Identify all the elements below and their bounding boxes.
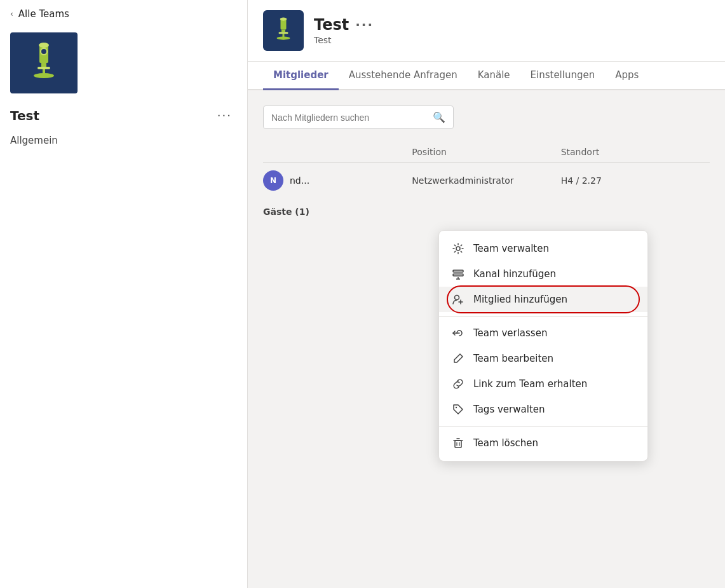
menu-item-mitglied-hinzufuegen[interactable]: Mitglied hinzufügen — [439, 287, 647, 312]
back-nav[interactable]: ‹ Alle Teams — [0, 0, 247, 27]
sidebar: ‹ Alle Teams Test ··· Allgemein — [0, 0, 248, 588]
tab-einstellungen[interactable]: Einstellungen — [520, 62, 606, 90]
svg-point-10 — [280, 17, 287, 20]
team-more-options-button[interactable]: ··· — [212, 106, 237, 125]
menu-label-team-loeschen: Team löschen — [473, 437, 538, 449]
avatar: N — [263, 170, 283, 191]
trash-icon — [452, 437, 464, 449]
menu-item-kanal-hinzufuegen[interactable]: Kanal hinzufügen — [439, 261, 647, 287]
table-row: N nd... Netzwerkadministrator H4 / 2.27 — [263, 163, 710, 199]
team-icon — [263, 10, 304, 51]
svg-rect-14 — [283, 34, 285, 38]
tab-kanaele[interactable]: Kanäle — [468, 62, 520, 90]
search-input[interactable] — [271, 113, 433, 123]
member-position: Netzwerkadministrator — [412, 175, 560, 186]
menu-item-team-loeschen[interactable]: Team löschen — [439, 430, 647, 456]
menu-label-team-verlassen: Team verlassen — [473, 327, 547, 339]
menu-item-team-verlassen[interactable]: Team verlassen — [439, 320, 647, 346]
chevron-left-icon: ‹ — [10, 10, 13, 18]
content-area: 🔍 Position Standort N nd... Netzwerkadmi… — [248, 90, 725, 588]
svg-rect-17 — [453, 270, 463, 272]
tag-icon — [452, 403, 464, 416]
team-name: Test — [10, 108, 39, 123]
context-menu: Team verwalten Kanal hinzufügen — [438, 230, 648, 462]
menu-label-team-bearbeiten: Team bearbeiten — [473, 353, 553, 364]
member-name: nd... — [290, 175, 309, 186]
svg-rect-4 — [37, 67, 50, 69]
channel-allgemein[interactable]: Allgemein — [0, 130, 247, 151]
menu-label-tags-verwalten: Tags verwalten — [473, 404, 545, 415]
menu-item-team-bearbeiten[interactable]: Team bearbeiten — [439, 346, 647, 371]
menu-item-team-verwalten[interactable]: Team verwalten — [439, 236, 647, 261]
svg-rect-26 — [455, 441, 461, 448]
svg-rect-3 — [41, 63, 46, 67]
menu-item-tags-verwalten[interactable]: Tags verwalten — [439, 397, 647, 422]
link-icon — [452, 378, 464, 390]
header-team-subtitle: Test — [314, 35, 374, 45]
team-info-header: Test ··· Test — [314, 16, 374, 45]
svg-point-25 — [456, 407, 457, 408]
microscope-icon-header — [268, 15, 299, 46]
main-content: Test ··· Test Mitglieder Ausstehende Anf… — [248, 0, 725, 588]
back-label: Alle Teams — [18, 8, 69, 20]
menu-label-kanal-hinzufuegen: Kanal hinzufügen — [473, 268, 556, 280]
menu-item-link-erhalten[interactable]: Link zum Team erhalten — [439, 371, 647, 397]
edit-icon — [452, 352, 464, 365]
team-avatar-large — [10, 32, 78, 93]
tabs-bar: Mitglieder Ausstehende Anfragen Kanäle E… — [248, 62, 725, 90]
svg-rect-12 — [279, 32, 288, 34]
member-location: H4 / 2.27 — [561, 175, 710, 186]
svg-rect-6 — [43, 69, 45, 76]
channel-icon — [452, 268, 464, 280]
col-header-position: Position — [412, 147, 560, 157]
team-header: Test ··· Test — [248, 0, 725, 62]
gear-icon — [452, 242, 464, 255]
search-bar[interactable]: 🔍 — [263, 106, 454, 129]
team-name-section: Test ··· — [0, 99, 247, 130]
svg-rect-11 — [281, 30, 285, 32]
tab-ausstehende-anfragen[interactable]: Ausstehende Anfragen — [339, 62, 468, 90]
menu-divider-1 — [439, 316, 647, 317]
col-header-location: Standort — [561, 147, 710, 157]
menu-divider-2 — [439, 426, 647, 427]
microscope-icon-large — [18, 38, 69, 88]
leave-icon — [452, 327, 464, 339]
add-member-icon — [452, 293, 464, 306]
svg-point-16 — [456, 247, 460, 250]
tab-mitglieder[interactable]: Mitglieder — [263, 62, 339, 90]
svg-point-2 — [39, 43, 49, 48]
header-team-title: Test ··· — [314, 16, 374, 34]
svg-point-21 — [455, 296, 459, 300]
menu-label-mitglied-hinzufuegen: Mitglied hinzufügen — [473, 294, 567, 305]
member-name-cell: N nd... — [263, 170, 412, 191]
table-header: Position Standort — [263, 142, 710, 163]
menu-label-link-erhalten: Link zum Team erhalten — [473, 378, 587, 390]
header-more-dots[interactable]: ··· — [355, 17, 374, 32]
svg-rect-18 — [453, 274, 463, 276]
search-icon: 🔍 — [433, 111, 445, 123]
guests-section-heading: Gäste (1) — [263, 199, 710, 222]
menu-label-team-verwalten: Team verwalten — [473, 243, 549, 254]
svg-point-7 — [41, 48, 47, 55]
tab-apps[interactable]: Apps — [605, 62, 649, 90]
